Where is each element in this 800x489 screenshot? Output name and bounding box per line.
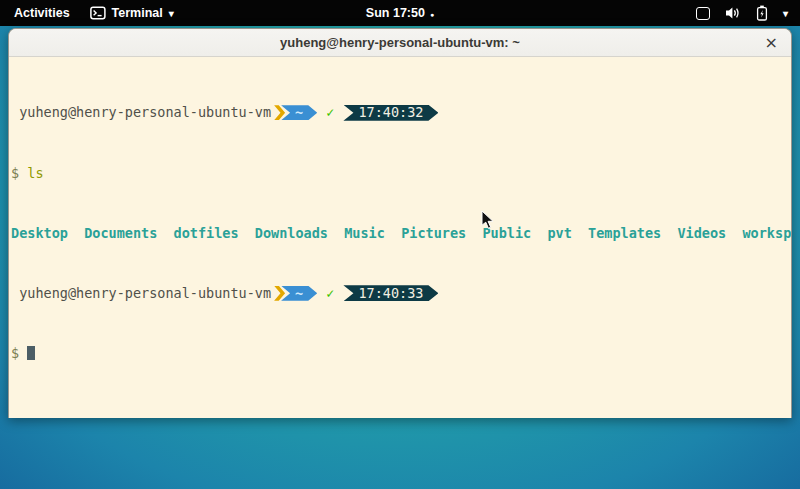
terminal-window: yuheng@henry-personal-ubuntu-vm: ~ × yuh… [8,28,792,418]
prompt-symbol: $ [11,345,19,361]
powerline-cwd-segment: ~ [281,286,317,301]
powerline-cwd-segment: ~ [281,105,317,120]
top-bar-left: Activities Terminal ▾ [0,6,174,20]
app-menu-label: Terminal [112,6,163,20]
notification-dot-icon: ● [430,11,434,18]
clock-label: Sun 17:50 [366,6,425,20]
chevron-down-icon: ▾ [783,8,788,19]
status-check-icon: ✓ [326,105,334,120]
cwd-label: ~ [295,286,303,301]
activities-button[interactable]: Activities [14,6,70,20]
window-title: yuheng@henry-personal-ubuntu-vm: ~ [280,35,520,50]
powerline-separator-icon [274,105,285,120]
powerline-separator-icon [274,286,285,301]
prompt-timestamp: 17:40:32 [358,105,423,120]
battery-charging-icon [756,5,768,21]
cwd-label: ~ [295,105,303,120]
clock-button[interactable]: Sun 17:50 ● [366,6,434,20]
display-icon [696,7,710,20]
powerline-time-segment: 17:40:33 [343,285,438,301]
top-bar: Activities Terminal ▾ Sun 17:50 ● [0,0,800,26]
directory-listing: Desktop Documents dotfiles Downloads Mus… [11,226,789,241]
prompt-line: yuheng@henry-personal-ubuntu-vm~✓17:40:3… [11,286,789,302]
typed-command: ls [27,165,43,181]
chevron-down-icon: ▾ [169,8,174,19]
status-check-icon: ✓ [326,286,334,301]
close-button[interactable]: × [765,35,778,51]
input-line[interactable]: $ [11,346,789,361]
prompt-user-host: yuheng@henry-personal-ubuntu-vm [19,105,271,120]
system-status-area[interactable]: ▾ [696,5,800,21]
app-menu-terminal[interactable]: Terminal ▾ [90,6,174,20]
activities-label: Activities [14,6,70,20]
title-bar[interactable]: yuheng@henry-personal-ubuntu-vm: ~ × [9,29,791,57]
prompt-timestamp: 17:40:33 [358,286,423,301]
terminal-screen[interactable]: yuheng@henry-personal-ubuntu-vm~✓17:40:3… [9,57,791,421]
text-cursor [27,346,35,360]
prompt-line: yuheng@henry-personal-ubuntu-vm~✓17:40:3… [11,105,789,121]
prompt-symbol: $ [11,165,19,181]
terminal-icon [90,6,106,20]
command-line: $ ls [11,166,789,181]
powerline-time-segment: 17:40:32 [343,105,438,121]
volume-icon [725,6,741,20]
prompt-user-host: yuheng@henry-personal-ubuntu-vm [19,286,271,301]
